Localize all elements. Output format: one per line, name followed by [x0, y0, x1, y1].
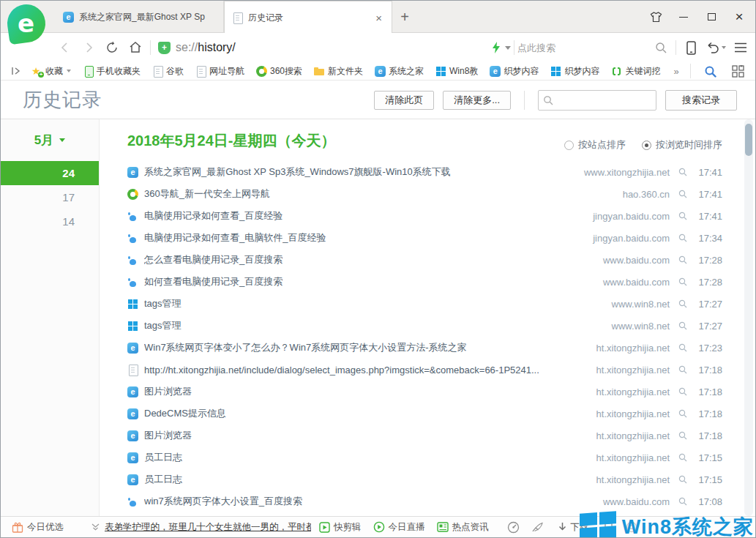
wheel-icon[interactable]	[626, 521, 637, 533]
browser-logo[interactable]: e	[7, 4, 47, 47]
undo-recent-icon[interactable]	[703, 36, 729, 59]
bookmark-item[interactable]: Win8教	[430, 62, 484, 80]
entry-title-link[interactable]: 怎么查看电脑使用记录_百度搜索	[144, 253, 282, 266]
history-entry-row[interactable]: win7系统网页字体大小设置_百度搜索 www.baidu.com 17:08	[100, 490, 755, 512]
search-records-button[interactable]: 搜索记录	[665, 90, 737, 111]
entry-title-link[interactable]: win7系统网页字体大小设置_百度搜索	[144, 495, 302, 508]
bookmark-item[interactable]: 谷歌	[146, 62, 190, 80]
entry-title-link[interactable]: 电脑使用记录如何查看_百度经验	[144, 209, 282, 223]
back-icon[interactable]	[53, 36, 77, 59]
sort-radio-option[interactable]: 按浏览时间排序	[642, 138, 722, 152]
tab-xitongzhijia[interactable]: 系统之家官网_最新Ghost XP Sp	[56, 1, 224, 33]
history-entry-row[interactable]: 系统之家官网_最新Ghost XP Sp3系统_Windows7旗舰版-Win1…	[100, 161, 755, 183]
scrollbar[interactable]	[744, 119, 753, 516]
entry-search-icon[interactable]	[678, 277, 687, 286]
news-ticker-link[interactable]: 表弟学护理的，班里几十个女生就他一男的，平时都拿他当	[105, 521, 311, 534]
entry-search-icon[interactable]	[678, 453, 687, 462]
clear-page-button[interactable]: 清除此页	[374, 91, 434, 110]
search-icon[interactable]	[649, 36, 673, 59]
bookmark-item[interactable]: 新文件夹	[308, 62, 369, 80]
bookmarks-overflow-icon[interactable]: »	[666, 66, 686, 77]
url-text[interactable]: se://history/	[176, 41, 236, 54]
entry-search-icon[interactable]	[678, 255, 687, 264]
entry-title-link[interactable]: 如何查看电脑使用记录_百度搜索	[144, 275, 282, 288]
site-safety-shield-icon[interactable]: +	[158, 42, 171, 54]
history-entry-row[interactable]: Win7系统网页字体变小了怎么办？Win7系统网页字体大小设置方法-系统之家 h…	[100, 337, 755, 359]
sort-radio-option[interactable]: 按站点排序	[564, 138, 626, 152]
bookmark-item[interactable]: 织梦内容	[484, 62, 544, 80]
today-picks-button[interactable]: 今日优选	[8, 521, 67, 534]
entry-title-link[interactable]: 电脑使用记录如何查看_电脑软件_百度经验	[144, 231, 326, 244]
entry-search-icon[interactable]	[678, 321, 687, 330]
entry-title-link[interactable]: DedeCMS提示信息	[144, 407, 226, 420]
entry-title-link[interactable]: 图片浏览器	[144, 385, 192, 398]
forward-icon[interactable]	[77, 36, 100, 59]
bookmark-item[interactable]: 关键词挖	[605, 62, 666, 80]
history-entry-row[interactable]: 怎么查看电脑使用记录_百度搜索 www.baidu.com 17:28	[100, 249, 755, 271]
apps-grid-icon[interactable]	[726, 63, 749, 79]
history-entry-row[interactable]: 图片浏览器 ht.xitongzhijia.net 17:18	[100, 381, 755, 403]
entry-title-link[interactable]: tags管理	[144, 297, 181, 310]
history-entry-row[interactable]: tags管理 www.win8.net 17:27	[100, 315, 755, 337]
flag-report-icon[interactable]	[603, 522, 614, 533]
history-entry-row[interactable]: http://ht.xitongzhijia.net/include/dialo…	[100, 359, 755, 381]
entry-search-icon[interactable]	[678, 168, 687, 176]
refresh-icon[interactable]	[100, 36, 124, 59]
entry-title-link[interactable]: 系统之家官网_最新Ghost XP Sp3系统_Windows7旗舰版-Win1…	[144, 165, 451, 179]
entry-search-icon[interactable]	[678, 387, 687, 396]
entry-search-icon[interactable]	[678, 190, 687, 198]
entry-title-link[interactable]: 360导航_新一代安全上网导航	[144, 187, 270, 201]
entry-title-link[interactable]: 员工日志	[144, 451, 182, 464]
bookmark-item[interactable]: 收藏	[26, 62, 77, 80]
history-entry-row[interactable]: 员工日志 ht.xitongzhijia.net 17:15	[100, 447, 755, 468]
entry-search-icon[interactable]	[678, 233, 687, 242]
entry-title-link[interactable]: 员工日志	[144, 473, 182, 486]
bookmark-item[interactable]: 网址导航	[190, 62, 250, 80]
history-entry-row[interactable]: 电脑使用记录如何查看_电脑软件_百度经验 jingyan.baidu.com 1…	[100, 227, 755, 249]
history-entry-row[interactable]: 员工日志 ht.xitongzhijia.net 17:15	[100, 468, 755, 490]
history-entry-row[interactable]: 如何查看电脑使用记录_百度搜索 www.baidu.com 17:28	[100, 271, 755, 293]
bookmark-item[interactable]: 360搜索	[250, 62, 308, 80]
skin-theme-icon[interactable]	[645, 7, 666, 27]
entry-title-link[interactable]: 图片浏览器	[144, 429, 192, 442]
entry-search-icon[interactable]	[678, 475, 687, 484]
radio-icon[interactable]	[564, 141, 574, 150]
download-button[interactable]: 下载	[554, 521, 593, 534]
entry-title-link[interactable]: tags管理	[144, 319, 181, 332]
entry-title-link[interactable]: http://ht.xitongzhijia.net/include/dialo…	[144, 365, 539, 376]
tab-history[interactable]: 历史记录 ×	[224, 1, 392, 34]
entry-search-icon[interactable]	[678, 343, 687, 352]
bookmarks-search-icon[interactable]	[698, 63, 722, 79]
quick-clip-button[interactable]: 快剪辑	[315, 521, 365, 534]
entry-search-icon[interactable]	[678, 299, 687, 308]
new-tab-button[interactable]: +	[392, 1, 417, 33]
clear-more-button[interactable]: 清除更多...	[443, 91, 511, 110]
hot-news-button[interactable]: 热点资讯	[433, 521, 493, 534]
scrollbar-thumb[interactable]	[745, 124, 752, 156]
entry-title-link[interactable]: Win7系统网页字体变小了怎么办？Win7系统网页字体大小设置方法-系统之家	[144, 341, 467, 354]
speed-test-icon[interactable]	[507, 521, 520, 534]
quick-search-input[interactable]	[517, 42, 649, 53]
maximize-button[interactable]	[701, 7, 722, 27]
bookmark-item[interactable]: 系统之家	[369, 62, 430, 80]
bookmark-item[interactable]: 手机收藏夹	[77, 62, 146, 80]
sidebar-toggle-icon[interactable]	[7, 63, 26, 79]
tab-close-icon[interactable]: ×	[373, 12, 384, 23]
menu-hamburger-icon[interactable]	[729, 36, 752, 59]
date-item[interactable]: 14	[1, 209, 99, 233]
address-bar[interactable]: + se://history/	[158, 41, 487, 54]
history-entry-row[interactable]: 电脑使用记录如何查看_百度经验 jingyan.baidu.com 17:41	[100, 205, 755, 227]
date-item[interactable]: 17	[1, 185, 99, 209]
bookmark-item[interactable]: 织梦内容	[544, 62, 605, 80]
extension-dropdown-icon[interactable]	[505, 46, 511, 50]
ticker-collapse-icon[interactable]	[91, 523, 100, 531]
rocket-boost-icon[interactable]	[531, 522, 544, 533]
entry-search-icon[interactable]	[678, 409, 687, 418]
mobile-phone-icon[interactable]	[679, 36, 703, 59]
date-item[interactable]: 24	[1, 161, 99, 185]
extension-lightning-icon[interactable]	[487, 36, 505, 59]
entry-search-icon[interactable]	[678, 365, 687, 374]
month-dropdown[interactable]: 5月	[1, 119, 99, 161]
history-entry-row[interactable]: tags管理 www.win8.net 17:27	[100, 293, 755, 315]
entry-search-icon[interactable]	[678, 431, 687, 440]
